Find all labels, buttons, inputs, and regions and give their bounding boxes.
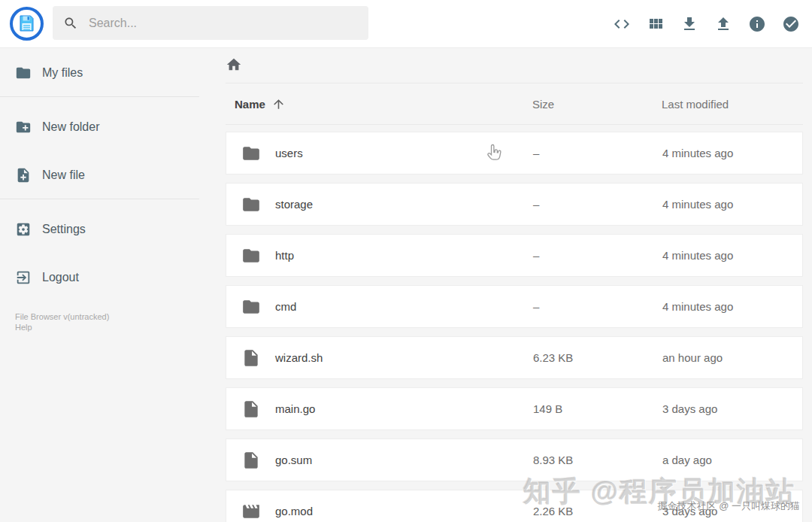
file-icon — [241, 348, 261, 368]
file-size: – — [533, 249, 662, 262]
home-button[interactable] — [226, 56, 242, 75]
home-icon — [226, 56, 242, 73]
floppy-disk-logo-icon — [9, 6, 44, 41]
file-name: main.go — [275, 402, 533, 415]
file-size: – — [533, 147, 662, 159]
file-modified: 4 minutes ago — [662, 198, 802, 211]
switch-view-button[interactable] — [647, 15, 665, 33]
file-name: cmd — [275, 300, 533, 313]
sidebar: My files New folder New file Settings Lo… — [0, 48, 199, 332]
sidebar-item-logout[interactable]: Logout — [0, 260, 199, 295]
sidebar-item-my-files[interactable]: My files — [0, 56, 199, 90]
folder-icon — [241, 144, 261, 163]
top-bar — [0, 0, 812, 48]
movie-icon — [241, 502, 261, 521]
sidebar-item-label: My files — [42, 66, 83, 80]
folder-icon — [241, 246, 261, 266]
app-version: File Browser v(untracked) — [15, 311, 199, 322]
file-modified: an hour ago — [662, 351, 802, 364]
file-listing: Name Size Last modified users – 4 minute… — [226, 48, 803, 522]
file-row-go-sum[interactable]: go.sum 8.93 KB a day ago — [226, 439, 803, 481]
file-row-users[interactable]: users – 4 minutes ago — [226, 132, 803, 175]
file-size: 8.93 KB — [533, 454, 662, 466]
sidebar-item-label: Settings — [42, 223, 86, 236]
filebrowser-logo[interactable] — [9, 6, 44, 41]
listing-header: Name Size Last modified — [226, 83, 803, 125]
sidebar-divider — [0, 199, 199, 199]
help-link[interactable]: Help — [15, 322, 199, 332]
file-modified: a day ago — [662, 454, 802, 466]
file-size: 149 B — [533, 402, 662, 415]
sidebar-item-label: New file — [42, 168, 85, 182]
download-button[interactable] — [680, 15, 698, 33]
file-row-http[interactable]: http – 4 minutes ago — [226, 234, 803, 277]
grid-view-icon — [647, 15, 665, 33]
topbar-actions — [613, 0, 800, 48]
file-icon — [241, 451, 261, 470]
new-file-icon — [15, 167, 32, 184]
sidebar-item-label: New folder — [42, 120, 99, 134]
file-size: – — [533, 198, 662, 211]
sort-ascending-icon[interactable] — [271, 97, 286, 111]
file-name: users — [275, 147, 533, 159]
upload-icon — [714, 15, 732, 33]
file-modified: 4 minutes ago — [662, 300, 802, 313]
file-modified: 4 minutes ago — [662, 249, 802, 262]
column-header-size[interactable]: Size — [532, 98, 662, 111]
file-icon — [241, 399, 261, 419]
info-button[interactable] — [748, 15, 766, 33]
file-row-go-mod[interactable]: go.mod 2.26 KB 3 days ago — [226, 490, 803, 522]
logout-icon — [15, 269, 32, 286]
folder-icon — [241, 297, 261, 317]
sidebar-item-label: Logout — [42, 271, 79, 284]
file-name: wizard.sh — [275, 351, 533, 364]
file-name: go.mod — [275, 505, 533, 517]
file-rows: users – 4 minutes ago storage – 4 minute… — [226, 132, 803, 522]
sidebar-divider — [0, 96, 199, 97]
sidebar-item-new-folder[interactable]: New folder — [0, 110, 199, 144]
shell-button[interactable] — [613, 15, 631, 33]
info-icon — [748, 15, 766, 33]
breadcrumb — [226, 48, 803, 83]
settings-icon — [15, 221, 32, 238]
search-input[interactable] — [89, 17, 358, 30]
file-row-cmd[interactable]: cmd – 4 minutes ago — [226, 285, 803, 328]
download-icon — [680, 15, 698, 33]
search-icon — [63, 16, 78, 31]
sidebar-footer: File Browser v(untracked) Help — [15, 311, 199, 332]
select-multiple-button[interactable] — [782, 15, 800, 33]
file-size: 6.23 KB — [533, 351, 662, 364]
file-name: go.sum — [275, 454, 533, 466]
file-size: 2.26 KB — [533, 505, 662, 517]
check-circle-icon — [782, 15, 800, 33]
file-size: – — [533, 300, 662, 313]
code-icon — [613, 15, 631, 33]
file-row-wizard-sh[interactable]: wizard.sh 6.23 KB an hour ago — [226, 336, 803, 379]
file-row-main-go[interactable]: main.go 149 B 3 days ago — [226, 387, 803, 430]
file-modified: 4 minutes ago — [662, 147, 802, 159]
file-name: http — [275, 249, 533, 262]
file-modified: 3 days ago — [662, 402, 802, 415]
column-header-name[interactable]: Name — [226, 97, 532, 111]
folder-icon — [241, 195, 261, 214]
sidebar-item-new-file[interactable]: New file — [0, 158, 199, 193]
file-name: storage — [275, 198, 533, 211]
folder-icon — [15, 65, 32, 81]
file-row-storage[interactable]: storage – 4 minutes ago — [226, 183, 803, 226]
new-folder-icon — [15, 119, 32, 135]
search-bar[interactable] — [53, 6, 368, 40]
column-header-modified[interactable]: Last modified — [662, 98, 803, 111]
file-modified: 3 days ago — [662, 505, 802, 517]
sidebar-item-settings[interactable]: Settings — [0, 212, 199, 247]
upload-button[interactable] — [714, 15, 732, 33]
